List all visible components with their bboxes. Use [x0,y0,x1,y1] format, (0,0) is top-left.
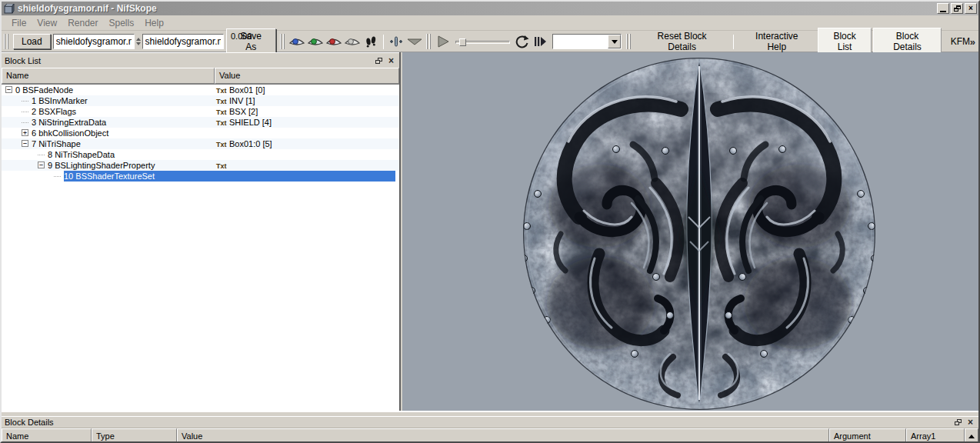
tree-row-value[interactable]: SHIELD [4] [229,117,272,128]
tree-row[interactable]: −9 BSLightingShaderPropertyTxt [2,160,399,171]
close-panel-button[interactable]: × [386,56,396,65]
loop-anim-button[interactable] [513,33,532,50]
horizontal-splitter[interactable] [2,411,978,416]
block-list-panel: Block List × Name Value −0 BSFadeNodeTxt… [2,52,401,411]
block-list-toggle-button[interactable]: Block List [818,28,872,55]
float-icon [955,419,962,425]
reset-block-details-button[interactable]: Reset Block Details [635,28,728,55]
shield-render [402,52,978,411]
walk-footprints-icon [365,35,377,48]
block-details-toggle-button[interactable]: Block Details [873,28,941,55]
animation-select-drop[interactable] [608,35,621,48]
tree-row[interactable]: 2 BSXFlagsTxtBSX [2] [2,106,399,117]
x-axis-eye-button[interactable] [288,33,306,50]
step-forward-button[interactable] [532,33,550,50]
play-button[interactable] [434,33,452,50]
toolbar-overflow-chevron[interactable]: » [970,36,975,48]
close-button[interactable]: × [965,3,977,14]
tree-connector [22,122,28,123]
toolbar-drag-handle[interactable] [280,34,285,49]
collapse-icon[interactable]: − [38,162,45,168]
field-splitter[interactable] [135,34,142,49]
block-details-header[interactable]: Block Details × [2,416,978,428]
block-tree: −0 BSFadeNodeTxtBox01 [0]1 BSInvMarkerTx… [2,84,399,409]
scroll-up-button[interactable] [965,428,978,441]
tree-row[interactable]: −0 BSFadeNodeTxtBox01 [0] [2,85,399,95]
toolbar-drag-handle[interactable] [626,34,632,49]
time-slider-thumb[interactable] [459,38,466,46]
close-icon: × [968,418,973,427]
toolbar-separator [383,35,384,49]
y-axis-eye-button[interactable] [306,33,325,50]
time-slider[interactable] [455,41,510,44]
expand-icon[interactable]: + [22,129,28,136]
tree-connector [38,155,45,155]
tree-row-label[interactable]: 6 bhkCollisionObject [32,128,108,138]
float-panel-button[interactable] [953,418,963,427]
column-header-name[interactable]: Name [2,68,215,84]
close-panel-button[interactable]: × [965,418,975,427]
time-value: 0.000 [229,32,252,41]
save-filename-input[interactable] [142,34,224,49]
tree-row[interactable]: 10 BSShaderTextureSet [2,171,399,182]
menu-help[interactable]: Help [139,16,169,30]
column-header-argument[interactable]: Argument [829,428,906,441]
toolbar-drag-handle[interactable] [4,34,9,49]
z-axis-eye-button[interactable] [325,33,343,50]
tree-row-label[interactable]: 7 NiTriShape [32,138,81,149]
menu-spells[interactable]: Spells [104,16,140,30]
tree-row-value[interactable]: Box01:0 [5] [229,138,272,149]
tree-row-value[interactable]: INV [1] [229,95,255,106]
menu-view[interactable]: View [32,16,62,30]
column-header-array1[interactable]: Array1 [906,428,965,441]
column-header-type[interactable]: Type [92,428,177,441]
center-view-icon [388,35,405,48]
column-header-value[interactable]: Value [177,428,829,441]
minimize-button[interactable] [937,3,949,14]
tree-row-label[interactable]: 0 BSFadeNode [15,85,73,95]
collapse-icon[interactable]: − [5,86,12,93]
walk-footprints-button[interactable] [362,33,380,50]
title-bar[interactable]: shieldofysgramor.nif - NifSkope × [2,2,978,15]
tree-row-label[interactable]: 1 BSInvMarker [32,95,88,106]
tree-row[interactable]: −7 NiTriShapeTxtBox01:0 [5] [2,138,399,149]
tree-row[interactable]: 8 NiTriShapeData [2,149,399,160]
scroll-up-icon [968,435,975,438]
block-list-header[interactable]: Block List × [2,52,399,68]
collapse-icon[interactable]: − [22,140,28,147]
float-panel-button[interactable] [374,56,384,65]
time-slider-group: 0.000 [455,39,510,44]
block-list-title: Block List [5,56,372,65]
view-options-chevron-button[interactable] [405,33,424,50]
toolbar-drag-handle[interactable] [426,34,432,49]
tree-row-label[interactable]: 8 NiTriShapeData [48,149,115,160]
float-icon [375,58,382,64]
user-view-eye-button[interactable] [343,33,362,50]
tree-row[interactable]: 1 BSInvMarkerTxtINV [1] [2,95,399,106]
tree-row-value[interactable]: Box01 [0] [229,85,265,95]
nifskope-window: shieldofysgramor.nif - NifSkope × File V… [0,0,980,443]
load-filename-input[interactable] [53,34,135,49]
main-area: Block List × Name Value −0 BSFadeNodeTxt… [2,52,978,411]
tree-row-value[interactable]: BSX [2] [229,106,258,117]
y-axis-eye-icon [307,36,324,47]
restore-button[interactable] [951,3,963,14]
tree-row-label[interactable]: 9 BSLightingShaderProperty [48,160,155,171]
menu-file[interactable]: File [6,16,32,30]
tree-row[interactable]: 3 NiStringExtraDataTxtSHIELD [4] [2,117,399,128]
animation-select[interactable] [552,34,622,49]
tree-row-label[interactable]: 3 NiStringExtraData [32,117,106,128]
block-details-title: Block Details [5,418,951,427]
tree-row-label[interactable]: 10 BSShaderTextureSet [64,171,155,182]
load-button[interactable]: Load [13,34,51,49]
tree-row[interactable]: +6 bhkCollisionObject [2,128,399,138]
menu-render[interactable]: Render [62,16,103,30]
chevron-down-icon [407,37,422,46]
txt-badge-icon: Txt [216,118,227,128]
tree-row-label[interactable]: 2 BSXFlags [32,106,76,117]
column-header-value[interactable]: Value [215,68,399,84]
column-header-name[interactable]: Name [2,428,92,441]
render-viewport[interactable] [402,52,978,411]
center-view-button[interactable] [387,33,405,50]
interactive-help-button[interactable]: Interactive Help [738,28,816,55]
